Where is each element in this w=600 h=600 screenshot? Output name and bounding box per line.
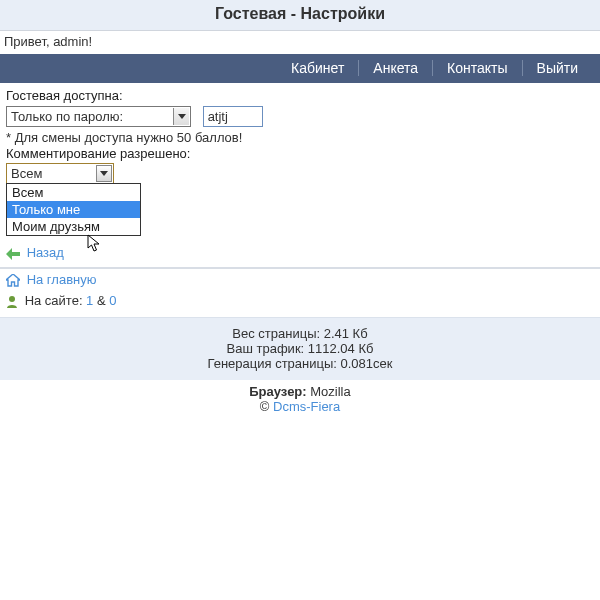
greeting: Привет, admin! bbox=[0, 31, 600, 54]
online-count-2[interactable]: 0 bbox=[109, 293, 116, 308]
back-link[interactable]: Назад bbox=[27, 245, 64, 260]
points-note: * Для смены доступа нужно 50 баллов! bbox=[6, 130, 594, 145]
access-select[interactable]: Только по паролю: bbox=[6, 106, 191, 127]
home-icon bbox=[6, 274, 20, 287]
access-label: Гостевая доступна: bbox=[6, 88, 594, 103]
online-amp: & bbox=[93, 293, 109, 308]
stats-block: Вес страницы: 2.41 Кб Ваш трафик: 1112.0… bbox=[0, 317, 600, 380]
comment-dropdown: Всем Только мне Моим друзьям bbox=[6, 183, 141, 236]
chevron-down-icon bbox=[96, 165, 112, 182]
svg-point-0 bbox=[9, 296, 15, 302]
browser-label: Браузер: bbox=[249, 384, 306, 399]
home-row: На главную bbox=[0, 269, 600, 290]
stat-traffic: Ваш трафик: 1112.04 Кб bbox=[0, 341, 600, 356]
password-input[interactable]: atjtj bbox=[203, 106, 263, 127]
nav-cabinet[interactable]: Кабинет bbox=[277, 60, 358, 76]
access-select-value: Только по паролю: bbox=[11, 109, 123, 124]
nav-contacts[interactable]: Контакты bbox=[432, 60, 521, 76]
nav-anketa[interactable]: Анкета bbox=[358, 60, 432, 76]
nav-logout[interactable]: Выйти bbox=[522, 60, 592, 76]
back-row: Назад bbox=[0, 242, 600, 263]
page-title: Гостевая - Настройки bbox=[0, 0, 600, 31]
stat-weight: Вес страницы: 2.41 Кб bbox=[0, 326, 600, 341]
arrow-left-icon bbox=[6, 248, 20, 260]
footer: Браузер: Mozilla © Dcms-Fiera bbox=[0, 380, 600, 418]
copyright-symbol: © bbox=[260, 399, 270, 414]
chevron-down-icon bbox=[173, 108, 189, 125]
user-icon bbox=[6, 295, 18, 308]
dropdown-option-all[interactable]: Всем bbox=[7, 184, 140, 201]
online-row: На сайте: 1 & 0 bbox=[0, 290, 600, 311]
online-label: На сайте: bbox=[25, 293, 86, 308]
stat-gen: Генерация страницы: 0.081сек bbox=[0, 356, 600, 371]
comment-label: Комментирование разрешено: bbox=[6, 146, 594, 161]
comment-select[interactable]: Всем bbox=[6, 163, 114, 184]
dropdown-option-friends[interactable]: Моим друзьям bbox=[7, 218, 140, 235]
settings-form: Гостевая доступна: Только по паролю: atj… bbox=[0, 83, 600, 186]
dropdown-option-onlyme[interactable]: Только мне bbox=[7, 201, 140, 218]
site-link[interactable]: Dcms-Fiera bbox=[273, 399, 340, 414]
browser-value: Mozilla bbox=[310, 384, 350, 399]
comment-select-value: Всем bbox=[11, 166, 42, 181]
home-link[interactable]: На главную bbox=[27, 272, 97, 287]
top-nav: Кабинет Анкета Контакты Выйти bbox=[0, 54, 600, 83]
